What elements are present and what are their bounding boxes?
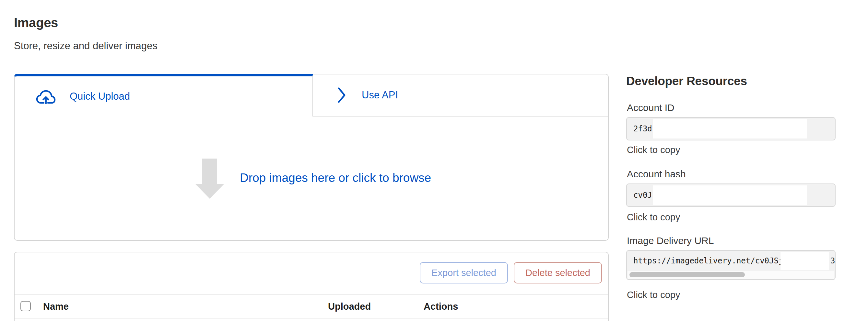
image-delivery-url-field[interactable]: https://imagedelivery.net/cv0JSj 3	[626, 250, 836, 280]
account-id-field[interactable]: 2f3d	[626, 117, 836, 140]
account-hash-redaction-overlay	[653, 185, 807, 205]
table-header-row: Name Uploaded Actions	[14, 294, 608, 318]
export-selected-button[interactable]: Export selected	[420, 262, 508, 283]
image-delivery-url-copy-hint: Click to copy	[627, 290, 680, 300]
account-id-value: 2f3d	[633, 124, 652, 133]
page-subtitle: Store, resize and deliver images	[14, 40, 157, 52]
page-title: Images	[14, 15, 58, 30]
image-delivery-url-label: Image Delivery URL	[627, 235, 714, 246]
column-header-name: Name	[43, 301, 69, 312]
tab-quick-upload-label: Quick Upload	[70, 91, 130, 102]
developer-resources-title: Developer Resources	[626, 74, 747, 88]
account-id-redaction-overlay	[653, 119, 807, 139]
account-id-copy-hint: Click to copy	[627, 145, 680, 155]
table-toolbar: Export selected Delete selected	[14, 252, 608, 294]
select-all-checkbox[interactable]	[21, 301, 31, 311]
dropzone-label: Drop images here or click to browse	[240, 171, 431, 185]
upload-tabs: Quick Upload Use API	[14, 74, 609, 116]
image-delivery-url-value: https://imagedelivery.net/cv0JSj	[633, 256, 783, 265]
tab-use-api-label: Use API	[362, 89, 398, 101]
account-hash-label: Account hash	[627, 169, 686, 180]
images-dashboard-page: Images Store, resize and deliver images …	[0, 0, 868, 321]
arrow-down-head	[195, 184, 224, 199]
chevron-right-icon	[337, 87, 347, 104]
account-hash-copy-hint: Click to copy	[627, 212, 680, 223]
image-dropzone[interactable]: Drop images here or click to browse	[14, 116, 609, 241]
url-scrollbar-thumb[interactable]	[629, 272, 745, 277]
image-delivery-url-tail: 3	[830, 256, 835, 265]
image-delivery-url-redaction-overlay	[780, 252, 829, 270]
arrow-down-stem	[202, 158, 217, 184]
tab-quick-upload[interactable]: Quick Upload	[14, 74, 313, 116]
column-header-actions: Actions	[424, 301, 458, 312]
account-hash-value: cv0J	[633, 190, 652, 200]
images-table-card: Export selected Delete selected Name Upl…	[14, 252, 609, 321]
tab-use-api[interactable]: Use API	[313, 74, 609, 116]
delete-selected-button[interactable]: Delete selected	[514, 262, 602, 283]
cloud-upload-icon	[35, 89, 57, 104]
arrow-down-icon	[195, 158, 224, 199]
developer-resources-panel: Developer Resources Account ID 2f3d Clic…	[626, 74, 836, 321]
account-id-label: Account ID	[627, 102, 675, 113]
account-hash-field[interactable]: cv0J	[626, 183, 836, 207]
column-header-uploaded: Uploaded	[328, 301, 371, 312]
